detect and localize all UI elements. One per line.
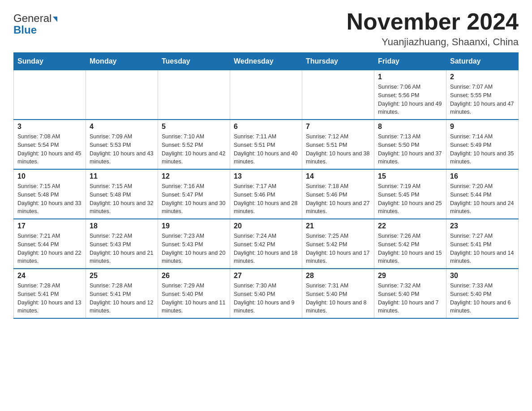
day-number: 23 xyxy=(450,222,515,230)
day-number: 20 xyxy=(234,222,298,230)
table-cell: 8Sunrise: 7:13 AMSunset: 5:50 PMDaylight… xyxy=(374,120,446,169)
day-number: 28 xyxy=(306,272,370,280)
table-cell: 10Sunrise: 7:15 AMSunset: 5:48 PMDayligh… xyxy=(14,169,86,219)
header-thursday: Thursday xyxy=(302,53,374,70)
day-info: Sunrise: 7:28 AMSunset: 5:41 PMDaylight:… xyxy=(90,282,154,315)
table-cell: 7Sunrise: 7:12 AMSunset: 5:51 PMDaylight… xyxy=(302,120,374,169)
day-info: Sunrise: 7:12 AMSunset: 5:51 PMDaylight:… xyxy=(306,133,370,166)
table-cell: 4Sunrise: 7:09 AMSunset: 5:53 PMDaylight… xyxy=(86,120,158,169)
day-number: 15 xyxy=(378,172,442,180)
week-row-5: 24Sunrise: 7:28 AMSunset: 5:41 PMDayligh… xyxy=(14,269,519,318)
table-cell: 14Sunrise: 7:18 AMSunset: 5:46 PMDayligh… xyxy=(302,169,374,219)
header-tuesday: Tuesday xyxy=(158,53,230,70)
day-number: 29 xyxy=(378,272,442,280)
day-info: Sunrise: 7:19 AMSunset: 5:45 PMDaylight:… xyxy=(378,182,442,216)
weekday-header-row: Sunday Monday Tuesday Wednesday Thursday… xyxy=(14,53,519,70)
logo-blue-text: Blue xyxy=(13,24,37,36)
logo-general-text: General xyxy=(13,12,51,24)
table-cell xyxy=(14,70,86,120)
day-info: Sunrise: 7:16 AMSunset: 5:47 PMDaylight:… xyxy=(162,182,226,216)
day-number: 1 xyxy=(378,73,442,81)
day-info: Sunrise: 7:17 AMSunset: 5:46 PMDaylight:… xyxy=(234,182,298,216)
day-number: 26 xyxy=(162,272,226,280)
day-number: 21 xyxy=(306,222,370,230)
day-number: 5 xyxy=(162,123,226,131)
day-number: 25 xyxy=(90,272,154,280)
table-cell: 20Sunrise: 7:24 AMSunset: 5:42 PMDayligh… xyxy=(230,219,302,269)
day-number: 27 xyxy=(234,272,298,280)
table-cell: 11Sunrise: 7:15 AMSunset: 5:48 PMDayligh… xyxy=(86,169,158,219)
week-row-4: 17Sunrise: 7:21 AMSunset: 5:44 PMDayligh… xyxy=(14,219,519,269)
logo-triangle-icon xyxy=(53,17,57,22)
table-cell: 16Sunrise: 7:20 AMSunset: 5:44 PMDayligh… xyxy=(446,169,519,219)
day-info: Sunrise: 7:08 AMSunset: 5:54 PMDaylight:… xyxy=(17,133,82,166)
day-info: Sunrise: 7:23 AMSunset: 5:43 PMDaylight:… xyxy=(162,232,226,265)
day-info: Sunrise: 7:26 AMSunset: 5:42 PMDaylight:… xyxy=(378,232,442,265)
table-cell xyxy=(158,70,230,120)
week-row-2: 3Sunrise: 7:08 AMSunset: 5:54 PMDaylight… xyxy=(14,120,519,169)
day-number: 6 xyxy=(234,123,298,131)
table-cell: 30Sunrise: 7:33 AMSunset: 5:40 PMDayligh… xyxy=(446,269,519,318)
header-saturday: Saturday xyxy=(446,53,519,70)
header-monday: Monday xyxy=(86,53,158,70)
day-number: 14 xyxy=(306,172,370,180)
table-cell: 22Sunrise: 7:26 AMSunset: 5:42 PMDayligh… xyxy=(374,219,446,269)
table-cell: 2Sunrise: 7:07 AMSunset: 5:55 PMDaylight… xyxy=(446,70,519,120)
table-cell: 27Sunrise: 7:30 AMSunset: 5:40 PMDayligh… xyxy=(230,269,302,318)
day-number: 7 xyxy=(306,123,370,131)
day-info: Sunrise: 7:21 AMSunset: 5:44 PMDaylight:… xyxy=(17,232,82,265)
table-cell xyxy=(230,70,302,120)
day-info: Sunrise: 7:24 AMSunset: 5:42 PMDaylight:… xyxy=(234,232,298,265)
day-info: Sunrise: 7:06 AMSunset: 5:56 PMDaylight:… xyxy=(378,83,442,116)
table-cell: 28Sunrise: 7:31 AMSunset: 5:40 PMDayligh… xyxy=(302,269,374,318)
page-header: General Blue November 2024 Yuanjiazhuang… xyxy=(13,9,519,48)
day-number: 22 xyxy=(378,222,442,230)
table-cell: 3Sunrise: 7:08 AMSunset: 5:54 PMDaylight… xyxy=(14,120,86,169)
table-cell: 25Sunrise: 7:28 AMSunset: 5:41 PMDayligh… xyxy=(86,269,158,318)
day-info: Sunrise: 7:25 AMSunset: 5:42 PMDaylight:… xyxy=(306,232,370,265)
day-number: 4 xyxy=(90,123,154,131)
day-info: Sunrise: 7:15 AMSunset: 5:48 PMDaylight:… xyxy=(17,182,82,216)
day-number: 18 xyxy=(90,222,154,230)
week-row-1: 1Sunrise: 7:06 AMSunset: 5:56 PMDaylight… xyxy=(14,70,519,120)
table-cell: 19Sunrise: 7:23 AMSunset: 5:43 PMDayligh… xyxy=(158,219,230,269)
location-title: Yuanjiazhuang, Shaanxi, China xyxy=(347,36,519,48)
table-cell xyxy=(86,70,158,120)
week-row-3: 10Sunrise: 7:15 AMSunset: 5:48 PMDayligh… xyxy=(14,169,519,219)
table-cell: 29Sunrise: 7:32 AMSunset: 5:40 PMDayligh… xyxy=(374,269,446,318)
calendar-table: Sunday Monday Tuesday Wednesday Thursday… xyxy=(13,52,519,319)
table-cell: 12Sunrise: 7:16 AMSunset: 5:47 PMDayligh… xyxy=(158,169,230,219)
day-number: 13 xyxy=(234,172,298,180)
table-cell: 23Sunrise: 7:27 AMSunset: 5:41 PMDayligh… xyxy=(446,219,519,269)
day-number: 3 xyxy=(17,123,82,131)
day-number: 12 xyxy=(162,172,226,180)
day-info: Sunrise: 7:15 AMSunset: 5:48 PMDaylight:… xyxy=(90,182,154,216)
header-friday: Friday xyxy=(374,53,446,70)
day-info: Sunrise: 7:09 AMSunset: 5:53 PMDaylight:… xyxy=(90,133,154,166)
day-info: Sunrise: 7:13 AMSunset: 5:50 PMDaylight:… xyxy=(378,133,442,166)
table-cell: 1Sunrise: 7:06 AMSunset: 5:56 PMDaylight… xyxy=(374,70,446,120)
table-cell: 13Sunrise: 7:17 AMSunset: 5:46 PMDayligh… xyxy=(230,169,302,219)
header-wednesday: Wednesday xyxy=(230,53,302,70)
day-info: Sunrise: 7:07 AMSunset: 5:55 PMDaylight:… xyxy=(450,83,515,116)
logo: General Blue xyxy=(13,13,57,36)
day-number: 2 xyxy=(450,73,515,81)
title-area: November 2024 Yuanjiazhuang, Shaanxi, Ch… xyxy=(347,9,519,48)
day-number: 11 xyxy=(90,172,154,180)
day-info: Sunrise: 7:11 AMSunset: 5:51 PMDaylight:… xyxy=(234,133,298,166)
day-info: Sunrise: 7:20 AMSunset: 5:44 PMDaylight:… xyxy=(450,182,515,216)
day-number: 10 xyxy=(17,172,82,180)
day-info: Sunrise: 7:31 AMSunset: 5:40 PMDaylight:… xyxy=(306,282,370,315)
day-info: Sunrise: 7:10 AMSunset: 5:52 PMDaylight:… xyxy=(162,133,226,166)
day-info: Sunrise: 7:30 AMSunset: 5:40 PMDaylight:… xyxy=(234,282,298,315)
table-cell: 17Sunrise: 7:21 AMSunset: 5:44 PMDayligh… xyxy=(14,219,86,269)
table-cell: 5Sunrise: 7:10 AMSunset: 5:52 PMDaylight… xyxy=(158,120,230,169)
day-number: 16 xyxy=(450,172,515,180)
day-info: Sunrise: 7:28 AMSunset: 5:41 PMDaylight:… xyxy=(17,282,82,315)
day-number: 24 xyxy=(17,272,82,280)
table-cell: 24Sunrise: 7:28 AMSunset: 5:41 PMDayligh… xyxy=(14,269,86,318)
day-info: Sunrise: 7:33 AMSunset: 5:40 PMDaylight:… xyxy=(450,282,515,315)
day-number: 9 xyxy=(450,123,515,131)
day-info: Sunrise: 7:22 AMSunset: 5:43 PMDaylight:… xyxy=(90,232,154,265)
table-cell: 21Sunrise: 7:25 AMSunset: 5:42 PMDayligh… xyxy=(302,219,374,269)
